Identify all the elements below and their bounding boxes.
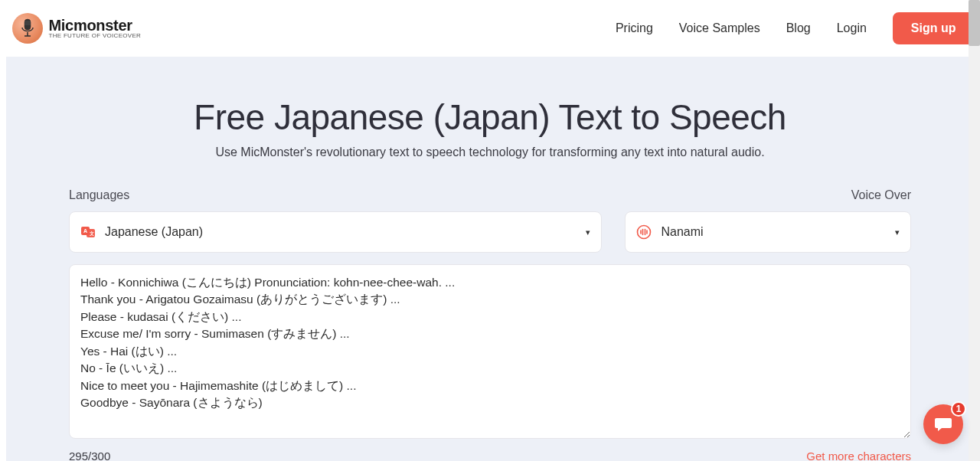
voiceover-label: Voice Over [851,188,911,202]
svg-text:A: A [83,228,87,234]
chat-badge: 1 [951,401,966,417]
header: Micmonster THE FUTURE OF VOICEOVER Prici… [6,0,975,57]
nav-login[interactable]: Login [837,21,867,35]
scrollbar-thumb[interactable] [969,0,980,46]
language-value: Japanese (Japan) [105,225,203,239]
chat-widget-button[interactable]: 1 [923,404,963,444]
page-title: Free Japanese (Japan) Text to Speech [69,96,911,138]
page-subtitle: Use MicMonster's revolutionary text to s… [69,145,911,159]
svg-text:文: 文 [89,230,94,236]
nav-pricing[interactable]: Pricing [616,21,653,35]
chat-icon [933,414,953,434]
nav-blog[interactable]: Blog [786,21,811,35]
brand-name: Micmonster [49,18,142,33]
microphone-icon [12,13,43,44]
sound-wave-icon [636,224,652,240]
signup-button[interactable]: Sign up [893,12,975,44]
voice-value: Nanami [661,225,703,239]
languages-label: Languages [69,188,129,202]
nav-voice-samples[interactable]: Voice Samples [679,21,760,35]
chevron-down-icon: ▾ [895,227,900,237]
voice-select[interactable]: Nanami ▾ [625,211,911,253]
nav: Pricing Voice Samples Blog Login Sign up [616,12,975,44]
translate-icon: A 文 [80,224,96,240]
text-input[interactable] [69,264,911,439]
logo[interactable]: Micmonster THE FUTURE OF VOICEOVER [6,13,142,44]
chevron-down-icon: ▾ [586,227,590,237]
character-count: 295/300 [69,450,110,461]
main-section: Free Japanese (Japan) Text to Speech Use… [6,57,975,461]
scrollbar-track[interactable] [969,0,980,461]
brand-tagline: THE FUTURE OF VOICEOVER [49,33,142,39]
language-select[interactable]: A 文 Japanese (Japan) ▾ [69,211,602,253]
svg-point-10 [638,226,651,239]
get-more-characters-link[interactable]: Get more characters [806,450,911,461]
